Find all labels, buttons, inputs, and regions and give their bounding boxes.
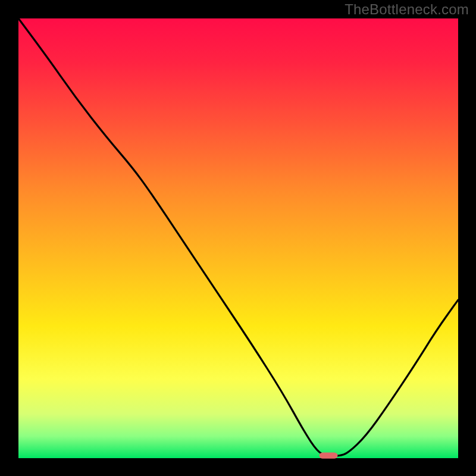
optimal-marker	[320, 452, 338, 458]
bottleneck-chart	[0, 0, 476, 476]
plot-background	[18, 18, 458, 458]
chart-frame: TheBottleneck.com	[0, 0, 476, 476]
